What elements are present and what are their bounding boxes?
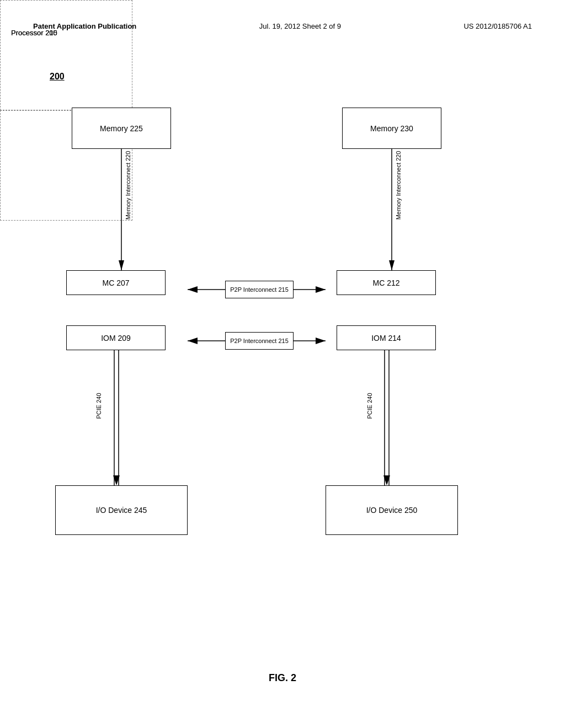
svg-marker-16 (113, 475, 120, 485)
mc-212-box: MC 212 (337, 270, 436, 295)
mc-207-box: MC 207 (66, 270, 166, 295)
memory-225-label: Memory 225 (100, 124, 143, 133)
pcie-240-right-label: PCIE 240 (366, 393, 373, 419)
svg-marker-2 (119, 260, 124, 270)
svg-marker-12 (188, 338, 198, 344)
memory-interconnect-220-left-label: Memory Interconnect 220 (125, 151, 131, 220)
mc-212-label: MC 212 (372, 279, 399, 287)
svg-marker-5 (389, 260, 395, 270)
header-right: US 2012/0185706 A1 (463, 22, 532, 30)
io-device-245-label: I/O Device 245 (96, 506, 147, 515)
page-header: Patent Application Publication Jul. 19, … (33, 22, 532, 30)
processor-205-box: MC 207 Processor 205 IOM 209 (0, 0, 132, 110)
io-device-250-box: I/O Device 250 (326, 485, 458, 535)
svg-marker-19 (383, 475, 390, 485)
mc-207-label: MC 207 (102, 279, 129, 287)
memory-230-label: Memory 230 (370, 124, 413, 133)
p2p-interconnect-215-bottom-box: P2P Interconnect 215 (225, 332, 294, 350)
iom-209-box: IOM 209 (66, 325, 166, 350)
p2p-interconnect-215-top-box: P2P Interconnect 215 (225, 281, 294, 298)
processor-210-label: Processor 210 (11, 29, 57, 37)
iom-214-box: IOM 214 (337, 325, 436, 350)
p2p-interconnect-215-top-label: P2P Interconnect 215 (230, 286, 289, 293)
memory-225-box: Memory 225 (72, 108, 171, 149)
diagram-label: 200 (50, 72, 65, 82)
p2p-interconnect-215-bottom-label: P2P Interconnect 215 (230, 338, 289, 344)
memory-230-box: Memory 230 (342, 108, 441, 149)
pcie-240-left-label: PCIE 240 (95, 393, 102, 419)
memory-interconnect-220-right-label: Memory Interconnect 220 (395, 151, 402, 220)
fig-label: FIG. 2 (269, 672, 296, 684)
iom-209-label: IOM 209 (101, 334, 131, 342)
svg-marker-13 (316, 338, 326, 344)
iom-214-label: IOM 214 (371, 334, 401, 342)
svg-marker-8 (188, 286, 198, 293)
io-device-250-label: I/O Device 250 (366, 506, 418, 515)
io-device-245-box: I/O Device 245 (55, 485, 188, 535)
header-center: Jul. 19, 2012 Sheet 2 of 9 (259, 22, 341, 30)
svg-marker-9 (316, 286, 326, 293)
